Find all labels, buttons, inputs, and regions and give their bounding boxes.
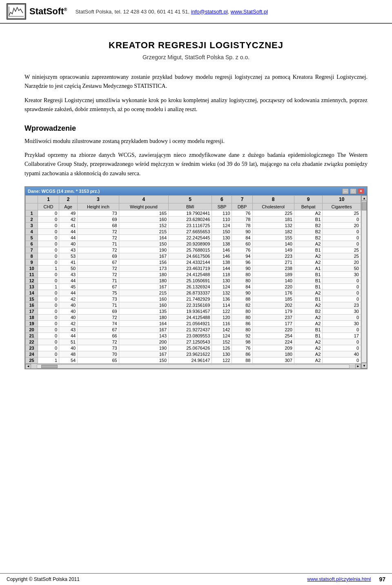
cell-weight: 167 <box>119 253 168 259</box>
header-website-link[interactable]: www.StatSoft.pl <box>231 9 268 15</box>
footer-link[interactable]: www.statsoft.pl/czytelnia.html <box>307 576 371 582</box>
cell-behpat: A2 <box>294 259 322 266</box>
cell-chd: 0 <box>38 296 59 302</box>
cell-chd: 0 <box>38 308 59 315</box>
cell-sbp: 110 <box>212 210 232 217</box>
maximize-button[interactable]: □ <box>350 188 356 194</box>
cell-dbp: 76 <box>232 247 252 253</box>
scroll-right-arrow[interactable]: ► <box>355 364 361 369</box>
table-scroll-area: 1 2 3 4 5 6 7 8 9 10 <box>25 195 361 368</box>
row-num-cell: 7 <box>26 247 38 253</box>
cell-sbp: 120 <box>212 315 232 321</box>
cell-cig: 0 <box>323 345 361 351</box>
cell-cig: 17 <box>323 333 361 339</box>
cell-dbp: 80 <box>232 315 252 321</box>
cell-chd: 0 <box>38 351 59 357</box>
cell-sbp: 114 <box>212 302 232 308</box>
cell-chol: 181 <box>252 217 294 223</box>
cell-chd: 0 <box>38 210 59 217</box>
col-header-10-num: 10 <box>323 196 361 203</box>
cell-age: 43 <box>59 327 78 333</box>
cell-height: 74 <box>78 321 119 327</box>
cell-chd: 0 <box>38 272 59 278</box>
cell-dbp: 88 <box>232 357 252 364</box>
vscroll-thumb[interactable] <box>362 202 367 210</box>
vscroll-track[interactable] <box>361 201 367 363</box>
cell-cig: 25 <box>323 253 361 259</box>
cell-bmi: 21.7482929 <box>169 296 212 302</box>
cell-chol: 155 <box>252 235 294 241</box>
cell-behpat: A2 <box>294 315 322 321</box>
cell-sbp: 124 <box>212 223 232 229</box>
minimize-button[interactable]: ─ <box>342 188 349 194</box>
vertical-scrollbar[interactable]: ▲ ▼ <box>361 195 367 368</box>
footer-right: www.statsoft.pl/czytelnia.html 97 <box>307 576 385 583</box>
cell-chol: 220 <box>252 284 294 290</box>
section-title: Wprowadzenie <box>24 124 368 133</box>
cell-height: 68 <box>78 223 119 229</box>
cell-cig: 0 <box>323 327 361 333</box>
scroll-thumb[interactable] <box>41 365 58 368</box>
row-num-cell: 17 <box>26 308 38 315</box>
cell-cig: 0 <box>323 229 361 235</box>
cell-weight: 167 <box>119 284 168 290</box>
row-num-cell: 13 <box>26 284 38 290</box>
scroll-down-arrow[interactable]: ▼ <box>361 363 367 368</box>
table-row: 15 0 42 73 160 21.7482929 136 88 185 B1 … <box>26 296 361 302</box>
cell-chol: 254 <box>252 333 294 339</box>
col-header-behpat: Behpat <box>294 203 322 210</box>
cell-height: 73 <box>78 345 119 351</box>
header-email-link[interactable]: info@statsoft.pl <box>191 9 228 15</box>
cell-chol: 177 <box>252 321 294 327</box>
cell-height: 66 <box>78 333 119 339</box>
cell-dbp: 90 <box>232 290 252 296</box>
table-row: 24 0 48 70 167 23.9621622 130 86 180 A2 … <box>26 351 361 357</box>
col-header-chd: CHD <box>38 203 59 210</box>
cell-chol: 149 <box>252 247 294 253</box>
cell-chol: 140 <box>252 241 294 247</box>
cell-chol: 176 <box>252 290 294 296</box>
cell-dbp: 84 <box>232 284 252 290</box>
cell-bmi: 25.7688015 <box>169 247 212 253</box>
cell-chol: 182 <box>252 229 294 235</box>
row-num-cell: 18 <box>26 315 38 321</box>
cell-chd: 0 <box>38 253 59 259</box>
table-row: 20 0 43 67 167 21.9272437 142 80 220 B1 … <box>26 327 361 333</box>
cell-height: 72 <box>78 272 119 278</box>
page-footer: Copyright © StatSoft Polska 2011 www.sta… <box>0 573 392 585</box>
horizontal-scrollbar[interactable]: ◄ ► <box>25 364 361 368</box>
scroll-track[interactable] <box>37 364 350 368</box>
row-num-cell: 10 <box>26 266 38 272</box>
row-num-cell: 22 <box>26 339 38 345</box>
cell-weight: 160 <box>119 302 168 308</box>
col-header-weight: Weight pound <box>119 203 168 210</box>
cell-dbp: 80 <box>232 308 252 315</box>
cell-weight: 200 <box>119 339 168 345</box>
cell-behpat: B1 <box>294 327 322 333</box>
cell-chol: 224 <box>252 339 294 345</box>
cell-bmi: 23.0809553 <box>169 333 212 339</box>
table-row: 1 0 49 73 165 19.7902441 110 76 225 A2 2… <box>26 210 361 217</box>
table-row: 9 0 41 67 156 24.4332144 138 96 271 A2 2… <box>26 259 361 266</box>
cell-weight: 167 <box>119 351 168 357</box>
col-header-dbp: DBP <box>232 203 252 210</box>
cell-chd: 1 <box>38 266 59 272</box>
cell-chol: 180 <box>252 351 294 357</box>
cell-behpat: B2 <box>294 223 322 229</box>
close-button[interactable]: ✕ <box>358 188 364 194</box>
cell-cig: 30 <box>323 272 361 278</box>
logo-brand-text: StatSoft® <box>29 6 67 17</box>
cell-behpat: B1 <box>294 272 322 278</box>
table-row: 19 0 42 74 164 21.0564921 116 86 177 A2 … <box>26 321 361 327</box>
cell-behpat: B2 <box>294 229 322 235</box>
cell-age: 44 <box>59 235 78 241</box>
cell-height: 69 <box>78 253 119 259</box>
scroll-left-arrow[interactable]: ◄ <box>25 364 31 369</box>
table-container: 1 2 3 4 5 6 7 8 9 10 <box>25 195 361 364</box>
row-num-cell: 2 <box>26 217 38 223</box>
cell-chd: 0 <box>38 315 59 321</box>
cell-chd: 1 <box>38 284 59 290</box>
cell-weight: 180 <box>119 315 168 321</box>
row-num-cell: 5 <box>26 235 38 241</box>
scroll-up-arrow[interactable]: ▲ <box>361 195 367 201</box>
